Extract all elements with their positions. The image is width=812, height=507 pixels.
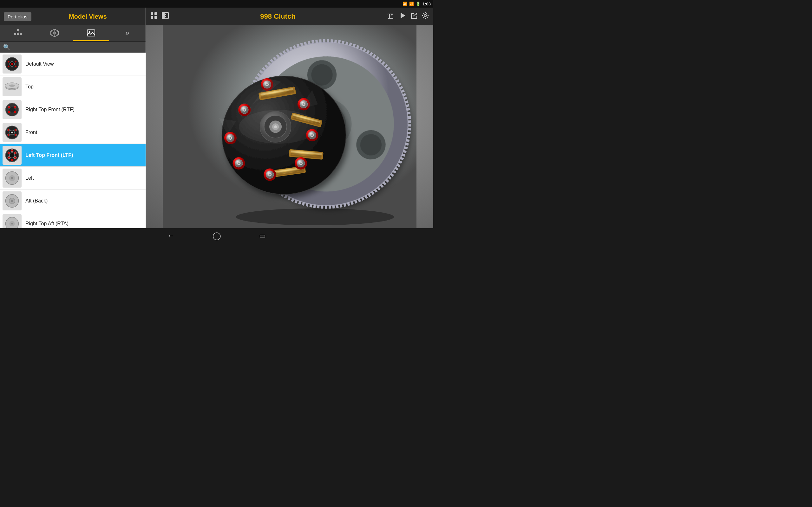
settings-icon: [422, 12, 429, 19]
svg-point-125: [300, 163, 302, 164]
battery-icon: 🔋: [416, 2, 420, 6]
svg-point-40: [8, 156, 10, 158]
svg-point-32: [14, 129, 17, 131]
status-time: 1:03: [422, 2, 431, 6]
svg-point-38: [14, 152, 16, 154]
svg-point-51: [11, 223, 13, 225]
share-button[interactable]: [410, 12, 417, 21]
product-title: 998 Clutch: [173, 12, 383, 20]
panel-toggle-icon: [162, 12, 169, 19]
3d-viewport[interactable]: [146, 25, 433, 228]
recents-button[interactable]: ▭: [259, 232, 266, 240]
list-item[interactable]: Aft (Back): [0, 189, 146, 212]
tab-images[interactable]: [73, 25, 109, 41]
list-item[interactable]: Right Top Front (RTF): [0, 98, 146, 121]
list-item-selected[interactable]: Left Top Front (LTF): [0, 144, 146, 167]
annotation-icon: T ↗: [387, 12, 395, 19]
view-label: Left: [26, 175, 34, 181]
list-item[interactable]: Front: [0, 121, 146, 144]
svg-point-117: [238, 163, 240, 164]
thumbnail-rta: [3, 214, 21, 228]
tab-3d[interactable]: [37, 25, 73, 41]
svg-point-42: [11, 159, 13, 161]
svg-rect-10: [87, 30, 95, 36]
tab-hierarchy[interactable]: [0, 25, 37, 41]
svg-point-39: [14, 156, 16, 158]
svg-point-25: [14, 106, 16, 108]
clutch-model: [146, 25, 433, 228]
back-button[interactable]: ←: [167, 232, 174, 240]
thumbnail-front: [3, 123, 21, 142]
svg-point-26: [14, 111, 16, 113]
model-views-title: Model Views: [34, 13, 142, 20]
settings-button[interactable]: [422, 12, 429, 21]
svg-point-113: [230, 137, 231, 139]
view-label: Right Top Aft (RTA): [26, 221, 68, 227]
svg-point-17: [8, 65, 9, 67]
portfolios-button[interactable]: Portfolios: [4, 12, 32, 21]
annotation-button[interactable]: T ↗: [387, 12, 395, 21]
svg-point-105: [244, 109, 245, 111]
svg-point-31: [8, 129, 10, 131]
tab-row: »: [0, 25, 146, 42]
svg-point-15: [8, 60, 9, 62]
svg-point-34: [14, 134, 17, 136]
grid-button[interactable]: [150, 12, 157, 21]
grid-icon: [150, 12, 157, 19]
play-button[interactable]: [399, 12, 406, 21]
svg-rect-2: [17, 33, 19, 35]
svg-text:↗: ↗: [391, 13, 394, 16]
images-icon: [87, 29, 96, 38]
list-item[interactable]: Left: [0, 167, 146, 189]
svg-point-24: [8, 106, 10, 108]
svg-point-27: [8, 111, 10, 113]
thumbnail-default: [3, 55, 21, 73]
left-panel: Portfolios Model Views: [0, 8, 146, 228]
list-item[interactable]: Default View: [0, 53, 146, 75]
main-toolbar: 998 Clutch T ↗: [146, 8, 433, 25]
svg-rect-56: [154, 12, 157, 15]
svg-point-37: [8, 152, 10, 154]
view-label: Right Top Front (RTF): [26, 107, 74, 112]
svg-rect-3: [20, 33, 22, 35]
svg-point-36: [9, 153, 15, 158]
svg-point-30: [11, 131, 13, 133]
view-label: Default View: [26, 61, 54, 67]
svg-point-66: [424, 14, 426, 17]
svg-marker-64: [401, 13, 405, 18]
svg-rect-57: [151, 16, 153, 19]
hierarchy-icon: [14, 29, 22, 38]
svg-point-68: [236, 209, 394, 225]
svg-rect-1: [14, 33, 16, 35]
svg-point-138: [274, 125, 277, 128]
search-input[interactable]: [13, 44, 142, 50]
svg-point-48: [11, 200, 13, 202]
view-label: Top: [26, 84, 34, 90]
3d-icon: [50, 29, 59, 38]
search-icon: 🔍: [3, 44, 10, 51]
list-item[interactable]: Right Top Aft (RTA): [0, 212, 146, 228]
signal-icon: 📶: [403, 2, 407, 6]
svg-point-18: [14, 65, 16, 67]
thumbnail-aft: [3, 191, 21, 210]
svg-rect-0: [17, 29, 19, 31]
home-button[interactable]: ◯: [212, 231, 221, 240]
svg-rect-58: [154, 16, 157, 19]
wifi-icon: 📶: [409, 2, 414, 6]
view-label: Front: [26, 130, 37, 135]
tab-more[interactable]: »: [109, 25, 146, 41]
svg-point-129: [311, 134, 313, 136]
search-bar: 🔍: [0, 42, 146, 53]
svg-point-121: [269, 174, 270, 175]
panel-toggle-button[interactable]: [162, 12, 169, 21]
thumbnail-ltf: [3, 146, 21, 165]
share-icon: [410, 12, 417, 19]
thumbnail-rtf: [3, 100, 21, 119]
svg-point-45: [11, 177, 13, 179]
thumbnail-left: [3, 169, 21, 187]
left-panel-header: Portfolios Model Views: [0, 8, 146, 25]
svg-point-16: [14, 60, 16, 62]
svg-point-41: [11, 149, 13, 152]
view-label: Left Top Front (LTF): [26, 153, 73, 158]
list-item[interactable]: Top: [0, 75, 146, 98]
